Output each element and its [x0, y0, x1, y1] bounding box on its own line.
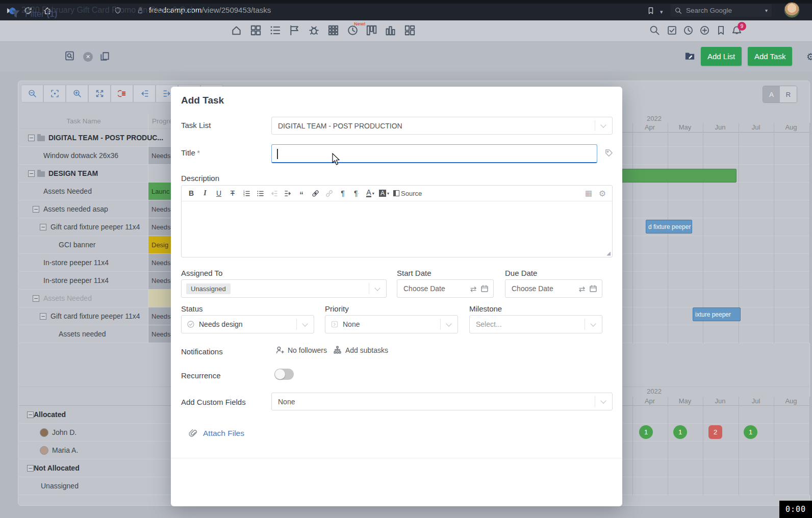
- date-shift-icon[interactable]: ⇄: [578, 284, 585, 293]
- date-shift-icon[interactable]: ⇄: [470, 284, 476, 293]
- paragraph-rtl-icon[interactable]: ¶·: [351, 188, 362, 198]
- resource-label[interactable]: John D.: [52, 428, 77, 436]
- task-label[interactable]: DESIGN TEAM: [48, 169, 98, 177]
- start-date-field[interactable]: Choose Date ⇄: [397, 279, 494, 298]
- task-label[interactable]: Assets needed asap: [43, 205, 108, 213]
- task-label[interactable]: Window dotwack 26x36: [43, 151, 118, 160]
- link-icon[interactable]: [310, 188, 321, 198]
- task-label[interactable]: Assets Needed: [43, 294, 92, 302]
- collapse-toggle-icon[interactable]: –: [27, 465, 34, 472]
- bold-icon[interactable]: B: [186, 188, 197, 198]
- sticker-icon[interactable]: ▦: [583, 188, 594, 198]
- bullet-list-icon[interactable]: [255, 188, 266, 198]
- resize-handle-icon[interactable]: ◢: [606, 251, 611, 256]
- task-label[interactable]: Gift card fixture peeper 11x4: [50, 312, 140, 320]
- allocation-badge[interactable]: 2: [708, 425, 722, 439]
- allocation-badge[interactable]: 1: [639, 425, 653, 439]
- task-label[interactable]: Assets needed: [59, 330, 106, 338]
- header-search-icon[interactable]: [649, 25, 660, 36]
- attach-files-button[interactable]: Attach Files: [189, 429, 244, 438]
- header-mytasks-icon[interactable]: [667, 25, 677, 36]
- text-color-icon[interactable]: A▾: [365, 188, 376, 198]
- filter-funnel-icon[interactable]: [10, 9, 21, 19]
- saved-filter-icon[interactable]: [64, 50, 75, 61]
- bookmark-caret-icon[interactable]: ▾: [660, 9, 663, 15]
- nav-apps-icon[interactable]: [327, 24, 339, 36]
- task-list-select[interactable]: DIGITAL TEAM - POST PRODUCTION: [271, 117, 613, 135]
- priority-select[interactable]: None: [325, 315, 458, 333]
- collapse-toggle-icon[interactable]: –: [40, 224, 46, 230]
- strikethrough-icon[interactable]: Ŧ: [227, 188, 238, 198]
- nav-dashboard-icon[interactable]: [250, 24, 262, 36]
- filter-label[interactable]: Filter (1): [25, 9, 57, 19]
- tag-icon[interactable]: [604, 148, 614, 158]
- blockquote-icon[interactable]: “: [296, 188, 307, 198]
- italic-icon[interactable]: I: [199, 188, 211, 198]
- allocation-badge[interactable]: 1: [673, 425, 687, 439]
- expand-all-button[interactable]: [88, 85, 111, 102]
- copy-filter-icon[interactable]: [99, 51, 110, 62]
- outdent-icon[interactable]: [268, 188, 280, 198]
- add-subtasks-button[interactable]: Add subtasks: [333, 346, 388, 354]
- nav-milestones-icon[interactable]: [289, 24, 300, 36]
- task-label[interactable]: In-store peeper 11x4: [43, 276, 109, 284]
- search-caret-icon[interactable]: ▾: [765, 8, 768, 13]
- resource-group-label[interactable]: Allocated: [34, 410, 66, 419]
- browser-avatar[interactable]: [784, 2, 800, 18]
- task-label[interactable]: Gift card fixture peeper 11x4: [50, 223, 140, 231]
- editor-settings-gear-icon[interactable]: ⚙: [597, 188, 608, 198]
- assigned-to-select[interactable]: Unassigned: [181, 279, 387, 298]
- manage-lists-icon[interactable]: [684, 50, 696, 62]
- nav-board-icon[interactable]: [404, 24, 416, 36]
- gantt-bar[interactable]: d fixture peeper 1: [646, 220, 692, 234]
- bg-color-icon[interactable]: A▾: [378, 188, 390, 198]
- collapse-toggle-icon[interactable]: –: [40, 313, 46, 320]
- nav-tasks-icon[interactable]: [269, 24, 281, 36]
- indent-icon[interactable]: [282, 188, 293, 198]
- header-time-icon[interactable]: [683, 25, 694, 36]
- view-toggle-a[interactable]: A: [763, 86, 780, 102]
- add-task-button[interactable]: Add Task: [748, 47, 792, 66]
- description-editor[interactable]: B I U Ŧ 123 “ ¶ ¶· A▾ A▾ Source ▦ ⚙ ◢: [181, 185, 613, 257]
- unlink-icon[interactable]: [323, 188, 335, 198]
- recurrence-toggle[interactable]: [274, 369, 294, 380]
- task-label[interactable]: Assets Needed: [43, 187, 92, 195]
- nav-issues-icon[interactable]: [308, 24, 320, 36]
- browser-search[interactable]: Search Google ▾: [671, 4, 772, 17]
- collapse-all-button[interactable]: [133, 85, 156, 102]
- task-label[interactable]: In-store peeper 11x4: [43, 258, 109, 267]
- milestone-select[interactable]: Select...: [469, 315, 602, 333]
- critical-path-button[interactable]: [111, 85, 133, 102]
- add-list-button[interactable]: Add List: [701, 47, 742, 66]
- resource-label[interactable]: Maria A.: [52, 446, 78, 454]
- gantt-bar[interactable]: ixture peeper: [693, 307, 741, 321]
- nav-gantt-icon[interactable]: [385, 24, 396, 36]
- due-date-field[interactable]: Choose Date ⇄: [505, 279, 602, 298]
- source-button[interactable]: Source: [393, 190, 422, 197]
- calendar-icon[interactable]: [589, 284, 597, 293]
- collapse-toggle-icon[interactable]: –: [27, 411, 34, 418]
- resource-group-label[interactable]: Not Allocated: [34, 464, 80, 472]
- collapse-toggle-icon[interactable]: –: [33, 206, 39, 213]
- header-bookmark-icon[interactable]: [716, 25, 726, 36]
- paragraph-ltr-icon[interactable]: ¶: [337, 188, 348, 198]
- settings-gear-icon[interactable]: ⚙: [806, 51, 812, 63]
- clear-filter-icon[interactable]: ✕: [83, 52, 93, 62]
- nav-home-icon[interactable]: [231, 24, 242, 36]
- zoom-in-button[interactable]: [66, 85, 88, 102]
- allocation-badge[interactable]: 1: [744, 425, 757, 439]
- resource-label[interactable]: Unassigned: [41, 482, 79, 490]
- zoom-out-button[interactable]: [21, 85, 43, 102]
- no-followers-button[interactable]: No followers: [275, 346, 327, 354]
- task-label[interactable]: DIGITAL TEAM - POST PRODUC...: [48, 134, 163, 142]
- view-toggle-r[interactable]: R: [780, 86, 797, 102]
- collapse-toggle-icon[interactable]: –: [33, 295, 39, 302]
- calendar-icon[interactable]: [480, 284, 489, 293]
- header-add-icon[interactable]: [699, 25, 710, 36]
- status-select[interactable]: Needs design: [181, 315, 314, 333]
- column-task-name[interactable]: Task Name: [19, 117, 148, 125]
- collapse-toggle-icon[interactable]: –: [28, 135, 35, 141]
- bookmark-icon[interactable]: [647, 6, 655, 15]
- nav-kanban-icon[interactable]: [366, 24, 377, 36]
- underline-icon[interactable]: U: [213, 188, 224, 198]
